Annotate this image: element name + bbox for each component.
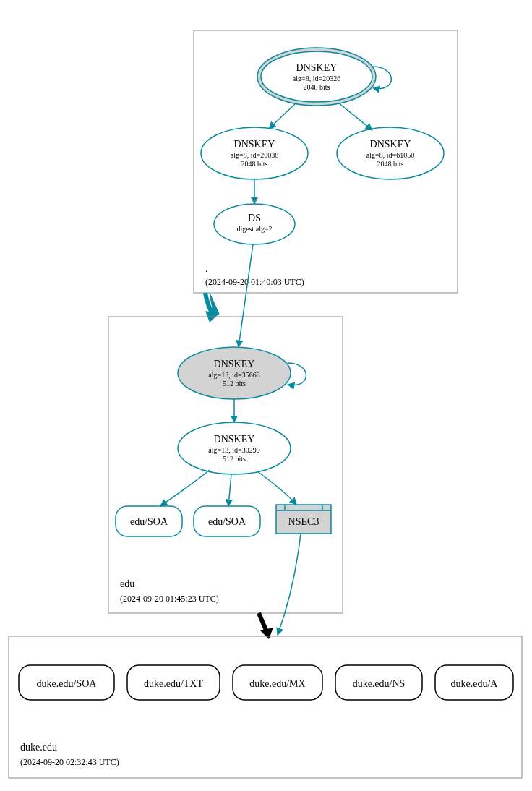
edge-ksk-to-zsk1 bbox=[269, 103, 296, 129]
duke-ns-title: duke.edu/NS bbox=[353, 678, 406, 689]
zone-duke: duke.edu (2024-09-20 02:32:43 UTC) duke.… bbox=[9, 636, 522, 778]
node-root-ksk: DNSKEY alg=8, id=20326 2048 bits bbox=[257, 48, 376, 106]
zone-root: . (2024-09-20 01:40:03 UTC) DNSKEY alg=8… bbox=[194, 30, 458, 293]
edu-zsk-line3: 512 bits bbox=[223, 455, 246, 463]
node-edu-soa1: edu/SOA bbox=[116, 506, 182, 536]
root-ds-title: DS bbox=[248, 213, 261, 223]
zone-root-timestamp: (2024-09-20 01:40:03 UTC) bbox=[205, 277, 304, 287]
node-edu-zsk: DNSKEY alg=13, id=30299 512 bits bbox=[178, 422, 291, 474]
edge-ksk-to-zsk2 bbox=[338, 103, 372, 130]
root-zsk1-line2: alg=8, id=20038 bbox=[231, 151, 278, 159]
root-zsk1-line3: 2048 bits bbox=[241, 160, 268, 168]
node-edu-soa2: edu/SOA bbox=[194, 506, 260, 536]
root-zsk1-title: DNSKEY bbox=[234, 139, 275, 150]
node-duke-a: duke.edu/A bbox=[435, 665, 513, 700]
root-zsk2-line2: alg=8, id=61050 bbox=[366, 151, 414, 159]
node-duke-soa: duke.edu/SOA bbox=[19, 665, 114, 700]
edu-soa1-title: edu/SOA bbox=[130, 516, 168, 527]
edu-zsk-line2: alg=13, id=30299 bbox=[208, 446, 259, 454]
root-ds-line2: digest alg=2 bbox=[236, 225, 272, 233]
edu-nsec3-title: NSEC3 bbox=[288, 516, 319, 527]
root-zsk2-line3: 2048 bits bbox=[377, 160, 404, 168]
zone-duke-name: duke.edu bbox=[20, 742, 57, 753]
edu-ksk-line2: alg=13, id=35663 bbox=[208, 371, 259, 379]
edge-zsk-to-nsec3 bbox=[257, 471, 296, 505]
zone-root-name: . bbox=[205, 263, 208, 274]
node-root-ds: DS digest alg=2 bbox=[214, 204, 295, 244]
svg-point-4 bbox=[214, 204, 295, 244]
duke-a-title: duke.edu/A bbox=[451, 678, 499, 689]
root-ksk-title: DNSKEY bbox=[296, 62, 338, 73]
node-edu-ksk: DNSKEY alg=13, id=35663 512 bits bbox=[178, 347, 291, 399]
root-ksk-line3: 2048 bits bbox=[304, 83, 330, 91]
node-duke-mx: duke.edu/MX bbox=[233, 665, 322, 700]
zone-edu-timestamp: (2024-09-20 01:45:23 UTC) bbox=[120, 594, 219, 604]
edge-zsk-to-soa1 bbox=[160, 470, 210, 506]
edge-zsk-to-soa2 bbox=[228, 474, 231, 506]
edge-root-to-edu-heavy bbox=[205, 293, 219, 322]
node-edu-nsec3: NSEC3 bbox=[276, 505, 331, 534]
edu-ksk-title: DNSKEY bbox=[214, 359, 255, 369]
edu-zsk-title: DNSKEY bbox=[214, 434, 255, 445]
zone-duke-timestamp: (2024-09-20 02:32:43 UTC) bbox=[20, 757, 119, 767]
duke-soa-title: duke.edu/SOA bbox=[37, 678, 98, 689]
node-duke-txt: duke.edu/TXT bbox=[127, 665, 220, 700]
zone-edu: edu (2024-09-20 01:45:23 UTC) DNSKEY alg… bbox=[108, 244, 343, 613]
edge-ds-to-edu-ksk bbox=[239, 244, 253, 347]
edu-ksk-line3: 512 bits bbox=[223, 380, 246, 388]
node-root-zsk1: DNSKEY alg=8, id=20038 2048 bits bbox=[201, 127, 308, 179]
duke-txt-title: duke.edu/TXT bbox=[144, 678, 203, 689]
node-root-zsk2: DNSKEY alg=8, id=61050 2048 bits bbox=[337, 127, 444, 179]
zone-edu-name: edu bbox=[120, 578, 134, 589]
root-ksk-line2: alg=8, id=20326 bbox=[293, 74, 340, 82]
node-duke-ns: duke.edu/NS bbox=[335, 665, 422, 700]
root-zsk2-title: DNSKEY bbox=[370, 139, 411, 150]
edge-edu-to-duke-heavy bbox=[259, 613, 273, 639]
edge-nsec3-to-duke bbox=[278, 534, 301, 635]
duke-mx-title: duke.edu/MX bbox=[249, 678, 305, 689]
edu-soa2-title: edu/SOA bbox=[208, 516, 246, 527]
